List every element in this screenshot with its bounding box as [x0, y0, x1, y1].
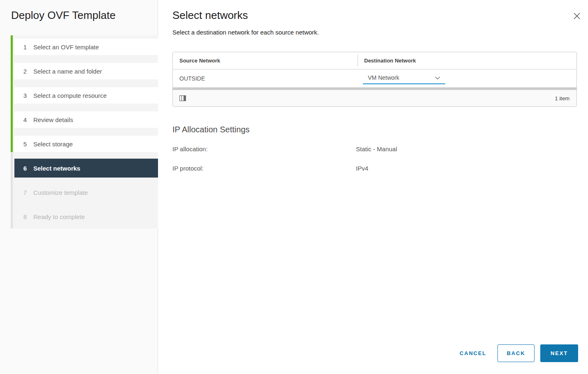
step-number: 2 [23, 68, 28, 75]
step-label: Select an OVF template [33, 44, 99, 51]
ip-allocation-heading: IP Allocation Settings [172, 125, 588, 134]
wizard-title: Deploy OVF Template [0, 0, 158, 22]
progress-bar-remaining [11, 152, 13, 229]
step-item-select-networks[interactable]: 6 Select networks [14, 159, 158, 178]
step-label: Select a name and folder [33, 68, 102, 75]
source-network-cell: OUTSIDE [173, 75, 358, 82]
cancel-button[interactable]: CANCEL [460, 350, 486, 356]
column-header-destination-network: Destination Network [358, 52, 576, 69]
step-item-select-storage[interactable]: 5 Select storage [14, 136, 158, 152]
ip-protocol-value: IPv4 [356, 165, 368, 172]
destination-network-select[interactable]: VM Network [363, 73, 445, 84]
ip-allocation-row: IP allocation: Static - Manual [172, 145, 588, 152]
step-number: 8 [23, 213, 28, 220]
step-label: Select storage [33, 141, 73, 148]
step-number: 5 [23, 141, 28, 148]
step-label: Customize template [33, 189, 88, 196]
back-button[interactable]: BACK [497, 344, 535, 362]
close-icon [572, 16, 581, 22]
column-picker-button[interactable] [179, 95, 186, 101]
column-divider [358, 55, 358, 67]
step-label: Select networks [33, 165, 80, 172]
table-row: OUTSIDE VM Network [173, 69, 576, 88]
step-number: 7 [23, 189, 28, 196]
step-item-review-details[interactable]: 4 Review details [14, 111, 158, 128]
ip-allocation-label: IP allocation: [172, 145, 356, 152]
step-item-customize-template: 7 Customize template [14, 184, 158, 201]
selected-network-label: VM Network [368, 74, 399, 81]
column-header-source-network: Source Network [173, 58, 358, 64]
step-item-select-name-folder[interactable]: 2 Select a name and folder [14, 63, 158, 79]
page-title: Select networks [172, 9, 588, 22]
step-label: Select a compute resource [33, 92, 107, 99]
step-item-select-compute-resource[interactable]: 3 Select a compute resource [14, 87, 158, 104]
step-number: 3 [23, 92, 28, 99]
ip-protocol-label: IP protocol: [172, 165, 356, 172]
table-footer: 1 item [173, 90, 576, 106]
wizard-step-list: 1 Select an OVF template 2 Select a name… [11, 35, 158, 229]
columns-icon [179, 96, 186, 102]
step-item-ready-to-complete: 8 Ready to complete [14, 208, 158, 225]
step-number: 4 [23, 116, 28, 123]
wizard-actions: CANCEL BACK NEXT [460, 344, 578, 362]
chevron-down-icon [435, 74, 440, 81]
item-count: 1 item [555, 95, 569, 102]
step-number: 6 [23, 165, 28, 172]
wizard-sidebar: Deploy OVF Template 1 Select an OVF temp… [0, 0, 158, 374]
ip-allocation-value: Static - Manual [356, 145, 397, 152]
table-header-row: Source Network Destination Network [173, 52, 576, 69]
step-number: 1 [23, 44, 28, 51]
step-label: Review details [33, 116, 73, 123]
next-button[interactable]: NEXT [540, 344, 578, 362]
wizard-content-panel: Select networks Select a destination net… [158, 0, 588, 374]
column-header-label: Destination Network [364, 58, 416, 64]
page-subtitle: Select a destination network for each so… [172, 29, 588, 36]
close-button[interactable] [572, 12, 581, 21]
progress-bar-completed [11, 35, 13, 152]
step-item-select-ovf-template[interactable]: 1 Select an OVF template [14, 39, 158, 55]
network-mapping-table: Source Network Destination Network OUTSI… [172, 52, 577, 107]
ip-allocation-section: IP Allocation Settings IP allocation: St… [172, 125, 588, 172]
step-label: Ready to complete [33, 213, 85, 220]
ip-protocol-row: IP protocol: IPv4 [172, 165, 588, 172]
destination-network-cell: VM Network [358, 73, 576, 84]
